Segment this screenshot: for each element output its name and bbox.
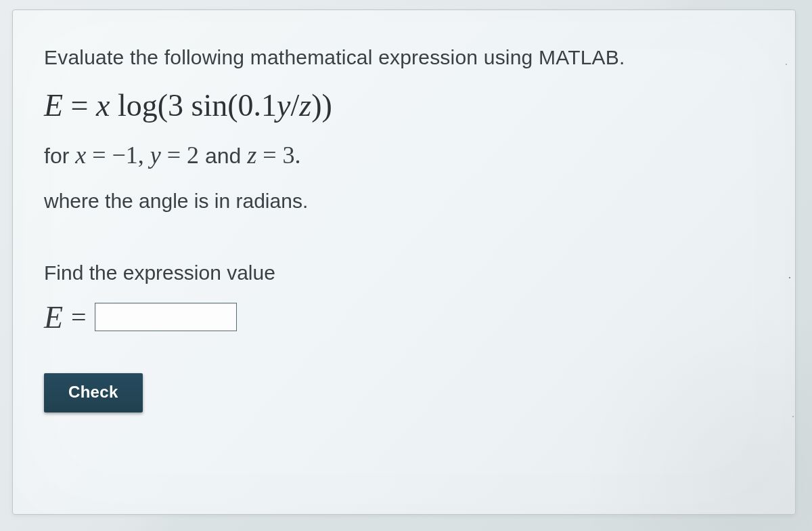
equation-display: E = x log(3 sin(0.1y/z)) [44, 87, 764, 123]
check-button[interactable]: Check [44, 373, 143, 412]
radians-note: where the angle is in radians. [44, 190, 764, 213]
question-prompt: Evaluate the following mathematical expr… [44, 43, 764, 72]
answer-label-equals: = [71, 301, 87, 333]
values-line: for x = −1, y = 2 and z = 3. [44, 141, 764, 169]
answer-label-E: E [44, 299, 63, 335]
answer-input[interactable] [95, 303, 237, 331]
answer-row: E = [44, 299, 764, 335]
question-card: Evaluate the following mathematical expr… [12, 9, 796, 515]
find-prompt: Find the expression value [44, 261, 764, 284]
